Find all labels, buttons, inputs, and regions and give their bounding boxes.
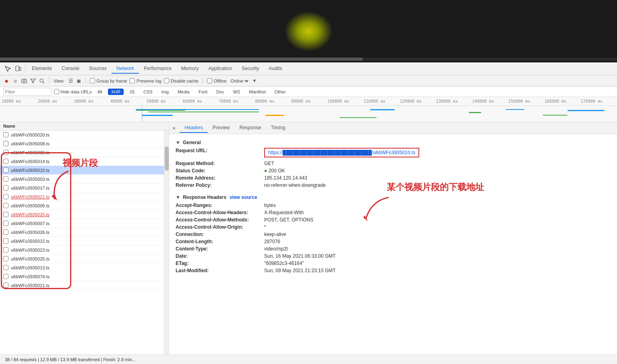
detail-tab-preview[interactable]: Preview bbox=[208, 123, 235, 133]
response-headers-section-header[interactable]: ▼ Response Headers view source bbox=[176, 192, 611, 202]
inspect-element-icon[interactable] bbox=[3, 64, 12, 73]
file-row-2[interactable]: u6bWFo3935005.ts bbox=[0, 148, 164, 157]
throttle-dropdown-icon[interactable]: ▼ bbox=[253, 78, 256, 83]
record-button[interactable]: ● bbox=[3, 78, 10, 84]
left-scrollbar[interactable] bbox=[164, 130, 169, 354]
filter-doc[interactable]: Doc bbox=[213, 89, 228, 95]
disable-cache-checkbox[interactable] bbox=[164, 78, 169, 83]
tab-security[interactable]: Security bbox=[237, 64, 264, 74]
file-checkbox-15[interactable] bbox=[3, 265, 8, 270]
file-row-9[interactable]: u6bWFo3935025.ts bbox=[0, 210, 164, 219]
file-row-17[interactable]: u6bWFo3935021.ts bbox=[0, 281, 164, 290]
file-name-15: u6bWFo3935013.ts bbox=[11, 265, 50, 270]
file-row-3[interactable]: u6bWFo3935014.ts bbox=[0, 157, 164, 166]
referrer-policy-key: Referrer Policy: bbox=[176, 182, 264, 188]
tab-console[interactable]: Console bbox=[57, 64, 84, 74]
file-checkbox-17[interactable] bbox=[3, 283, 8, 288]
file-row-12[interactable]: u6bWFo3935022.ts bbox=[0, 237, 164, 246]
filter-css[interactable]: CSS bbox=[140, 89, 156, 95]
scrollbar-thumb[interactable] bbox=[165, 147, 169, 171]
file-row-13[interactable]: u6bWFo3935023.ts bbox=[0, 246, 164, 254]
file-row-15[interactable]: u6bWFo3935013.ts bbox=[0, 263, 164, 272]
offline-label[interactable]: Offline bbox=[207, 78, 227, 83]
filter-other[interactable]: Other bbox=[271, 89, 289, 95]
filter-manifest[interactable]: Manifest bbox=[246, 89, 269, 95]
detail-tab-headers[interactable]: Headers bbox=[180, 123, 207, 133]
camera-button[interactable] bbox=[21, 78, 27, 84]
file-row-7[interactable]: u6bWFo3935021.ts bbox=[0, 192, 164, 201]
disable-cache-label[interactable]: Disable cache bbox=[164, 78, 199, 83]
filter-button[interactable] bbox=[30, 78, 36, 84]
filter-input[interactable] bbox=[3, 88, 52, 96]
file-row-6[interactable]: u6bWFo3935017.ts bbox=[0, 184, 164, 192]
filter-media[interactable]: Media bbox=[174, 89, 193, 95]
hide-data-urls-label[interactable]: Hide data URLs bbox=[54, 89, 92, 94]
file-checkbox-0[interactable] bbox=[3, 132, 8, 137]
timeline-label-7: 80000 ms bbox=[254, 99, 290, 103]
file-checkbox-13[interactable] bbox=[3, 247, 8, 252]
file-checkbox-6[interactable] bbox=[3, 185, 8, 190]
offline-checkbox[interactable] bbox=[207, 78, 212, 83]
file-checkbox-5[interactable] bbox=[3, 176, 8, 182]
list-view-btn[interactable]: ☰ bbox=[68, 78, 74, 84]
file-row-11[interactable]: u6bWFo3935026.ts bbox=[0, 228, 164, 237]
group-by-frame-checkbox[interactable] bbox=[90, 78, 95, 83]
video-scroll-thumb[interactable] bbox=[0, 58, 362, 61]
view-source-link[interactable]: view source bbox=[230, 194, 257, 200]
file-checkbox-1[interactable] bbox=[3, 141, 8, 146]
file-checkbox-14[interactable] bbox=[3, 256, 8, 261]
file-checkbox-2[interactable] bbox=[3, 150, 8, 155]
file-checkbox-10[interactable] bbox=[3, 221, 8, 226]
detail-tab-timing[interactable]: Timing bbox=[266, 123, 290, 133]
device-toolbar-icon[interactable] bbox=[14, 64, 23, 73]
file-row-1[interactable]: u6bWFo3935008.ts bbox=[0, 139, 164, 148]
filter-font[interactable]: Font bbox=[195, 89, 211, 95]
tab-network[interactable]: Network bbox=[112, 64, 139, 74]
filter-all[interactable]: All bbox=[94, 89, 106, 95]
file-checkbox-3[interactable] bbox=[3, 159, 8, 164]
tab-audits[interactable]: Audits bbox=[264, 64, 287, 74]
file-checkbox-7[interactable] bbox=[3, 194, 8, 199]
file-row-16[interactable]: u6bWFo3935074.ts bbox=[0, 272, 164, 281]
search-button[interactable] bbox=[39, 78, 45, 84]
waterfall-view-btn[interactable]: ▦ bbox=[77, 78, 81, 84]
close-detail-button[interactable]: × bbox=[172, 125, 176, 131]
video-scrollbar[interactable] bbox=[0, 58, 617, 61]
tab-application[interactable]: Application bbox=[203, 64, 237, 74]
file-checkbox-16[interactable] bbox=[3, 274, 8, 279]
response-header-key-3: Access-Control-Allow-Origin: bbox=[176, 224, 264, 230]
waterfall-bar-10 bbox=[543, 115, 567, 116]
file-row-10[interactable]: u6bWFo3935007.ts bbox=[0, 219, 164, 228]
file-row-8[interactable]: u6bWFo3935006.ts bbox=[0, 201, 164, 210]
file-name-16: u6bWFo3935074.ts bbox=[11, 274, 50, 279]
timeline-label-0: 10000 ms bbox=[1, 99, 37, 103]
status-code-row: Status Code: ● 200 OK bbox=[176, 167, 611, 174]
filter-ws[interactable]: WS bbox=[230, 89, 243, 95]
group-by-frame-label[interactable]: Group by frame bbox=[90, 78, 127, 83]
file-checkbox-9[interactable] bbox=[3, 212, 8, 217]
file-row-0[interactable]: u6bWFo3935020.ts bbox=[0, 130, 164, 139]
file-row-14[interactable]: u6bWFo3935025.ts bbox=[0, 254, 164, 263]
hide-data-urls-checkbox[interactable] bbox=[54, 89, 59, 94]
tab-sources[interactable]: Sources bbox=[84, 64, 112, 74]
file-checkbox-12[interactable] bbox=[3, 238, 8, 244]
file-checkbox-4[interactable] bbox=[3, 168, 8, 173]
file-row-5[interactable]: u6bWFo3935003.ts bbox=[0, 175, 164, 184]
file-checkbox-8[interactable] bbox=[3, 203, 8, 208]
clear-button[interactable]: ◎ bbox=[12, 78, 19, 84]
preserve-log-label[interactable]: Preserve log bbox=[130, 78, 161, 83]
file-checkbox-11[interactable] bbox=[3, 230, 8, 235]
general-section-header[interactable]: ▼ General bbox=[176, 137, 611, 147]
filter-img[interactable]: Img bbox=[158, 89, 172, 95]
name-column-header: Name bbox=[0, 122, 169, 130]
tab-performance[interactable]: Performance bbox=[139, 64, 176, 74]
network-throttle-select[interactable]: Online bbox=[229, 78, 250, 84]
filter-xhr[interactable]: XHR bbox=[108, 89, 124, 95]
file-row-4[interactable]: u6bWFo3935010.ts bbox=[0, 166, 164, 175]
tab-elements[interactable]: Elements bbox=[27, 64, 57, 74]
tab-memory[interactable]: Memory bbox=[176, 64, 203, 74]
waterfall-bar-11 bbox=[567, 110, 605, 111]
preserve-log-checkbox[interactable] bbox=[130, 78, 135, 83]
detail-tab-response[interactable]: Response bbox=[234, 123, 266, 133]
filter-js[interactable]: JS bbox=[126, 89, 138, 95]
